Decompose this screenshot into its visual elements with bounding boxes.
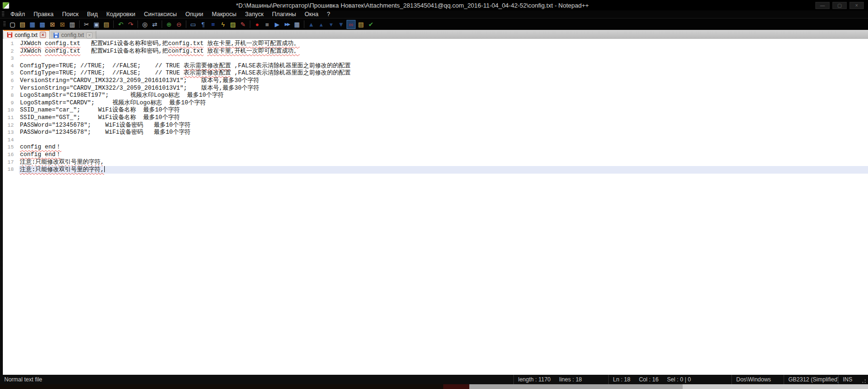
close-button[interactable]: × — [850, 2, 864, 9]
maximize-button[interactable]: ▢ — [832, 2, 847, 9]
editor-line: 10SSID_name="car_"; WiFi设备名称 最多10个字符 — [0, 107, 868, 114]
tab-config-2[interactable]: config.txt× — [50, 31, 96, 39]
macro-save-icon[interactable]: ▦ — [292, 20, 302, 29]
plain-text: ConfigType=TRUE; //TRUE; //FALSE; // TRU… — [20, 70, 183, 76]
sync-scroll-icon[interactable]: ▭ — [189, 20, 198, 29]
status-length: length : 1170 — [518, 376, 551, 383]
title-bar[interactable]: *D:\Машины\Регитсратор\Прошивка Новатек\… — [0, 0, 868, 10]
copy-icon[interactable]: ▣ — [92, 20, 101, 29]
menu-item-macro[interactable]: Макросы — [208, 10, 241, 18]
close-file-icon[interactable]: ⊠ — [48, 20, 57, 29]
toolbar-grip-handle[interactable] — [3, 21, 6, 27]
menu-item-help[interactable]: ? — [323, 10, 335, 18]
menu-item-encoding[interactable]: Кодировки — [102, 10, 139, 18]
misspelled-text: 注意:只能修改双引号里的字符, — [20, 159, 104, 166]
menu-item-search[interactable]: Поиск — [58, 10, 83, 18]
resize-grip[interactable] — [859, 375, 868, 384]
menu-item-window[interactable]: Окна — [301, 10, 323, 18]
macro-play-icon[interactable]: ▶ — [273, 20, 282, 29]
status-eol-format[interactable]: Dos\Windows — [731, 375, 784, 384]
project-folder-icon[interactable]: ▤ — [356, 20, 365, 29]
redo-icon[interactable]: ↷ — [126, 20, 135, 29]
editor-line: 2JXWdch config.txt 配置WiFi设备名称和密码,把config… — [0, 48, 868, 56]
macro-edit-icon[interactable]: ✎ — [238, 20, 247, 29]
misspelled-text: JXWdch — [20, 48, 41, 55]
abc-check-icon[interactable]: ✔ — [366, 20, 375, 29]
tab-close-icon[interactable]: × — [86, 32, 92, 38]
print-icon[interactable]: ▥ — [68, 20, 77, 29]
undo-icon[interactable]: ↶ — [116, 20, 125, 29]
open-file-icon[interactable]: ▤ — [18, 20, 27, 29]
user-defined-language-icon[interactable]: ▨ — [228, 20, 238, 29]
line-number: 6 — [0, 77, 19, 85]
replace-icon[interactable]: ⇄ — [150, 20, 159, 29]
plain-text: PASSWord="12345678"; WiFi设备密码 最多10个字符 — [20, 129, 191, 136]
syntax-highlight-icon[interactable]: ϟ — [219, 20, 228, 29]
misspelled-text: config end！ — [20, 144, 62, 150]
misspelled-text: 表示需要修改配置 — [183, 63, 231, 69]
line-number: 4 — [0, 63, 19, 70]
misspelled-text: 表示需要修改配置 — [183, 70, 231, 76]
tab-config-1[interactable]: config.txt× — [3, 30, 50, 39]
line-text: ConfigType=TRUE; //TRUE; //FALSE; // TRU… — [19, 63, 868, 70]
word-wrap-icon[interactable]: ¶ — [199, 20, 208, 29]
status-lines: lines : 18 — [559, 376, 582, 383]
show-all-chars-icon[interactable]: ≡ — [209, 20, 218, 29]
plain-text: LogoStampStr="CARDV"; 视频水印Logo标志 最多10个字符 — [20, 100, 206, 106]
menu-item-file[interactable]: Файл — [6, 10, 29, 18]
spell-check-icon[interactable]: ∞ — [347, 20, 356, 29]
fold-current-icon[interactable]: ▴ — [317, 20, 326, 29]
plain-text: LogoStampStr="C198ET197"; 视频水印Logo标志 最多1… — [20, 92, 224, 99]
misspelled-text: 放在卡里,开机一次即可配置成功。 — [207, 40, 300, 47]
editor-line: 9LogoStampStr="CARDV"; 视频水印Logo标志 最多10个字… — [0, 100, 868, 107]
plain-text: 配置WiFi设备名称和密码,把 — [91, 48, 168, 55]
save-file-icon[interactable]: ▦ — [28, 20, 37, 29]
line-number: 12 — [0, 122, 19, 130]
window-left-edge — [0, 30, 3, 375]
line-number: 18 — [0, 166, 19, 174]
find-icon[interactable]: ◎ — [140, 20, 149, 29]
text-editor-area[interactable]: 1JXWdch config.txt 配置WiFi设备名称和密码,把config… — [0, 39, 868, 375]
plain-text — [81, 48, 91, 55]
line-number: 14 — [0, 137, 19, 144]
line-text: JXWdch config.txt 配置WiFi设备名称和密码,把config.… — [19, 48, 868, 56]
notepad-plus-plus-window: *D:\Машины\Регитсратор\Прошивка Новатек\… — [0, 0, 868, 389]
macro-stop-icon[interactable]: ■ — [263, 20, 272, 29]
background-taskbar-sliver — [0, 384, 868, 389]
unfold-current-icon[interactable]: ▾ — [327, 20, 336, 29]
menu-item-settings[interactable]: Опции — [181, 10, 208, 18]
misspelled-text: 注意:只能修改双引号里的字符, — [20, 167, 104, 173]
close-all-icon[interactable]: ⊠ — [58, 20, 67, 29]
zoom-out-icon[interactable]: ⊖ — [174, 20, 183, 29]
new-file-icon[interactable]: ▢ — [8, 20, 17, 29]
minimize-button[interactable]: — — [815, 2, 830, 9]
save-all-icon[interactable]: ▩ — [38, 20, 47, 29]
menu-grip-handle[interactable] — [2, 11, 4, 17]
menu-bar: ФайлПравкаПоискВидКодировкиСинтаксисыОпц… — [0, 10, 868, 19]
line-text: PASSWord="12345678"; WiFi设备密码 最多10个字符 — [19, 129, 868, 137]
status-line-number: Ln : 18 — [613, 376, 630, 383]
menu-item-syntax[interactable]: Синтаксисы — [139, 10, 181, 18]
status-insert-mode[interactable]: INS — [838, 375, 859, 384]
macro-record-icon[interactable]: ● — [253, 20, 262, 29]
editor-line: 16config end！ — [0, 151, 868, 159]
menu-item-plugins[interactable]: Плагины — [268, 10, 301, 18]
macro-run-multiple-icon[interactable]: ▶▶ — [283, 20, 292, 29]
fold-all-icon[interactable]: ▲ — [307, 20, 316, 29]
tab-close-icon[interactable]: × — [40, 32, 46, 38]
toolbar-separator — [79, 20, 80, 28]
menu-item-view[interactable]: Вид — [83, 10, 102, 18]
menu-item-run[interactable]: Запуск — [241, 10, 268, 18]
menu-item-edit[interactable]: Правка — [29, 10, 58, 18]
paste-icon[interactable]: ▤ — [102, 20, 111, 29]
line-number: 2 — [0, 48, 19, 56]
plain-text — [204, 48, 208, 55]
editor-line: 4ConfigType=TRUE; //TRUE; //FALSE; // TR… — [0, 63, 868, 70]
zoom-in-icon[interactable]: ⊕ — [164, 20, 174, 29]
status-encoding[interactable]: GB2312 (Simplified) — [784, 375, 838, 384]
unfold-all-icon[interactable]: ▼ — [337, 20, 346, 29]
plain-text: PASSWord="12345678"; WiFi设备密码 最多10个字符 — [20, 122, 191, 129]
text-caret — [104, 166, 105, 172]
editor-line: 5ConfigType=TRUE; //TRUE; //FALSE; // TR… — [0, 70, 868, 77]
cut-icon[interactable]: ✂ — [82, 20, 91, 29]
